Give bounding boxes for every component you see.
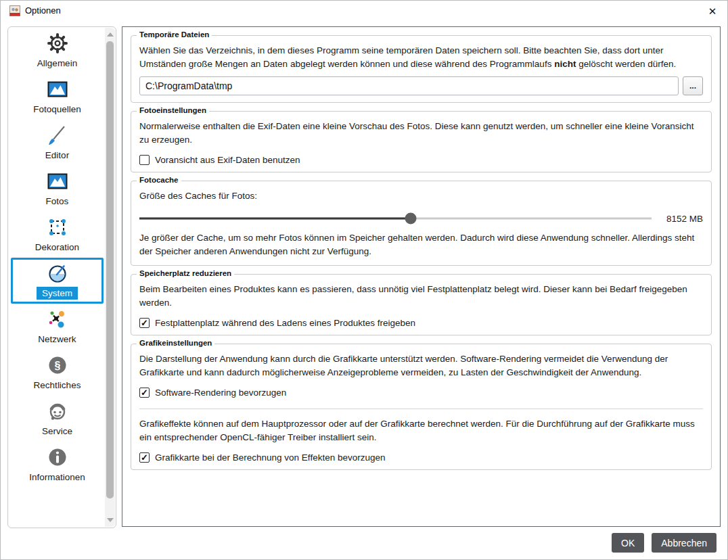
disk-space-description: Beim Bearbeiten eines Produktes kann es … [139,283,703,310]
free-disk-space-checkbox[interactable]: ✓ Festplattenplatz während des Ladens ei… [139,318,703,328]
group-legend: Fotoeinstellungen [137,106,209,114]
window-title: Optionen [25,5,61,16]
cache-description: Je größer der Cache, um so mehr Fotos kö… [139,231,703,258]
sidebar-item-service[interactable]: Service [11,396,104,442]
checkbox-label: Grafikkarte bei der Berechnung von Effek… [155,452,385,463]
sidebar-item-fotoquellen[interactable]: Fotoquellen [11,74,104,120]
info-icon [45,446,70,469]
sidebar-item-label: System [37,287,78,300]
checkbox-box[interactable] [139,155,150,165]
graphics-description-2: Grafikeffekte können auf dem Hauptprozes… [139,417,703,444]
scroll-up-icon[interactable] [107,32,114,37]
sidebar-scrollbar[interactable] [105,28,115,527]
app-icon [9,5,20,16]
group-photo-cache: Fotocache Größe des Caches für Fotos: 81… [131,181,712,266]
sidebar-item-rechtliches[interactable]: § Rechtliches [11,350,104,396]
sidebar-item-label: Netzwerk [32,333,81,346]
checkbox-label: Festplattenplatz während des Ladens eine… [155,318,415,328]
headset-support-icon [45,400,70,423]
browse-button[interactable]: ... [683,76,703,95]
checkbox-label: Voransicht aus Exif-Daten benutzen [155,155,300,165]
network-icon [45,308,70,331]
options-dialog: Optionen ✕ [0,0,728,560]
checkbox-box[interactable]: ✓ [139,452,150,463]
sidebar-item-netzwerk[interactable]: Netzwerk [11,304,104,350]
gear-icon [45,32,70,55]
selection-frame-icon [45,216,70,239]
exif-preview-checkbox[interactable]: Voransicht aus Exif-Daten benutzen [139,155,703,165]
gpu-effects-checkbox[interactable]: ✓ Grafikkarte bei der Berechnung von Eff… [139,452,703,463]
slider-fill [139,218,411,220]
settings-panel: Temporäre Dateien Wählen Sie das Verzeic… [122,26,721,527]
group-temp-files: Temporäre Dateien Wählen Sie das Verzeic… [131,35,712,103]
paintbrush-icon [45,124,70,147]
sidebar-item-label: Fotos [41,195,74,208]
checkbox-box[interactable]: ✓ [139,388,150,398]
sidebar-item-editor[interactable]: Editor [11,120,104,166]
group-photo-settings: Fotoeinstellungen Normalerweise enthalte… [131,111,712,172]
sidebar-item-label: Rechtliches [28,379,87,392]
graphics-description-1: Die Darstellung der Anwendung kann durch… [139,352,703,379]
cache-size-label: Größe des Caches für Fotos: [139,189,703,203]
scrollbar-thumb[interactable] [106,41,114,498]
sidebar-item-label: Dekoration [30,241,85,254]
group-disk-space: Speicherplatz reduzieren Beim Bearbeiten… [131,274,712,335]
checkbox-label: Software-Rendering bevorzugen [155,388,286,398]
group-graphics: Grafikeinstellungen Die Darstellung der … [131,344,712,470]
temp-files-description: Wählen Sie das Verzeichnis, in dem diese… [139,44,703,71]
group-legend: Grafikeinstellungen [137,339,214,347]
sidebar-item-label: Informationen [24,471,91,484]
software-rendering-checkbox[interactable]: ✓ Software-Rendering bevorzugen [139,388,703,398]
svg-text:§: § [54,360,60,371]
cache-size-value: 8152 MB [658,214,703,224]
image-icon [45,170,70,193]
image-icon [45,78,70,101]
scroll-down-icon[interactable] [107,518,114,522]
checkbox-box[interactable]: ✓ [139,318,150,328]
sidebar-item-dekoration[interactable]: Dekoration [11,212,104,258]
cancel-button[interactable]: Abbrechen [652,533,716,553]
sidebar-item-system[interactable]: System [11,258,104,304]
sidebar-item-informationen[interactable]: Informationen [11,442,104,488]
group-legend: Speicherplatz reduzieren [137,269,234,277]
ok-button[interactable]: OK [612,533,644,553]
group-legend: Fotocache [137,176,181,184]
photo-settings-description: Normalerweise enthalten die Exif-Daten e… [139,120,703,147]
slider-handle[interactable] [405,213,417,225]
titlebar: Optionen ✕ [1,1,727,21]
separator [139,409,703,409]
sidebar-item-allgemein[interactable]: Allgemein [11,28,104,74]
temp-path-input[interactable] [139,76,679,95]
close-icon[interactable]: ✕ [705,4,720,19]
sidebar-item-label: Service [37,425,78,438]
gauge-icon [45,262,70,285]
sidebar-item-label: Allgemein [32,57,83,70]
sidebar-item-label: Editor [40,149,74,162]
sidebar-item-fotos[interactable]: Fotos [11,166,104,212]
dialog-footer: OK Abbrechen [612,533,716,553]
cache-size-slider[interactable] [139,212,652,225]
sidebar: Allgemein Fotoquellen [7,26,116,528]
sidebar-item-label: Fotoquellen [28,103,87,116]
paragraph-icon: § [45,354,70,377]
group-legend: Temporäre Dateien [137,30,212,39]
sidebar-list: Allgemein Fotoquellen [9,28,105,527]
